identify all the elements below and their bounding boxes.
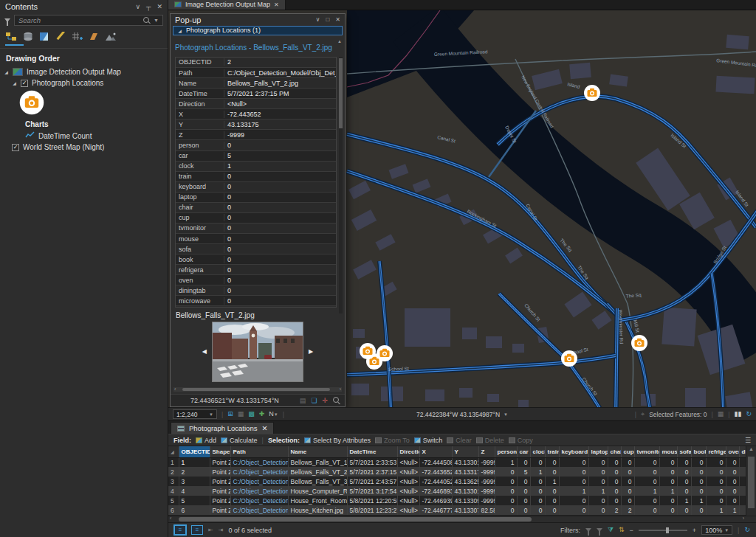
filter-icon[interactable] xyxy=(4,18,10,22)
table-cell[interactable]: 0 xyxy=(545,505,559,515)
table-cell[interactable]: <Null> xyxy=(397,477,419,486)
table-cell[interactable]: -9999 xyxy=(478,486,495,496)
table-cell[interactable]: 0 xyxy=(621,477,634,486)
table-cell[interactable] xyxy=(739,486,746,496)
table-cell[interactable]: <Null> xyxy=(397,486,419,496)
print-icon[interactable]: ▤ xyxy=(300,397,306,404)
table-cell[interactable]: 0 xyxy=(608,496,621,505)
table-cell[interactable]: 5/8/2021 12:23:27 PM xyxy=(347,505,397,515)
pin-icon[interactable]: ┬ xyxy=(146,3,151,10)
column-header[interactable]: car xyxy=(517,446,530,457)
table-cell[interactable]: Bellows_Falls_VT_1.jpg xyxy=(288,457,347,467)
chevron-down-icon[interactable]: ∨ xyxy=(135,3,140,10)
table-cell[interactable]: 5/8/2021 12:20:55 PM xyxy=(347,496,397,505)
table-cell[interactable]: 0 xyxy=(691,467,706,477)
table-row[interactable]: 11Point ZC:/Object_Detection_MoBellows_F… xyxy=(168,457,746,467)
column-header[interactable]: keyboard xyxy=(559,446,588,457)
switch-selection-button[interactable]: Switch xyxy=(414,437,443,444)
photo-camera-marker[interactable] xyxy=(377,345,393,361)
list-by-drawing-order-icon[interactable] xyxy=(5,32,17,41)
table-cell[interactable]: 0 xyxy=(530,496,545,505)
table-cell[interactable]: C:/Object_Detection_Mo xyxy=(230,505,288,515)
table-cell[interactable]: Point Z xyxy=(210,486,230,496)
popup-field-value[interactable]: 0 xyxy=(224,246,336,253)
table-cell[interactable]: Point Z xyxy=(210,477,230,486)
table-cell[interactable]: -72.446939 xyxy=(419,496,452,505)
table-cell[interactable]: 0 xyxy=(726,467,739,477)
scroll-left-icon[interactable]: ‹ xyxy=(170,516,171,521)
filter-extent-icon[interactable]: ⧩ xyxy=(608,527,614,533)
table-cell[interactable]: -9999 xyxy=(478,457,495,467)
table-cell[interactable]: 1 xyxy=(659,486,677,496)
table-cell[interactable]: House_Front_Room.jpg xyxy=(288,496,347,505)
table-cell[interactable]: 43.136251 xyxy=(452,477,478,486)
table-cell[interactable]: 4 xyxy=(179,486,210,496)
table-cell[interactable]: 0 xyxy=(588,457,608,467)
list-by-snapping-icon[interactable] xyxy=(72,32,83,41)
table-cell[interactable]: 0 xyxy=(608,467,621,477)
column-header[interactable]: refrigera xyxy=(706,446,726,457)
table-cell[interactable]: 0 xyxy=(588,505,608,515)
table-cell[interactable]: 0 xyxy=(588,477,608,486)
table-cell[interactable]: -72.444508 xyxy=(419,457,452,467)
table-cell[interactable]: 1 xyxy=(706,505,726,515)
table-cell[interactable]: 0 xyxy=(517,457,530,467)
column-header[interactable]: laptop xyxy=(588,446,608,457)
zoom-to-feature-icon[interactable] xyxy=(333,397,340,404)
table-cell[interactable]: 0 xyxy=(517,496,530,505)
table-cell[interactable]: 1 xyxy=(634,486,659,496)
filter-fields-icon[interactable] xyxy=(585,528,591,532)
map-coordinates-display[interactable]: 72.4422384°W 43.1354987°N ▼ xyxy=(416,411,508,418)
table-cell[interactable]: 43.133011 xyxy=(452,457,478,467)
dock-popup-icon[interactable]: ❏ xyxy=(311,397,317,404)
table-cell[interactable]: 0 xyxy=(495,505,517,515)
sort-icon[interactable]: ⇅ xyxy=(619,527,625,533)
filter-selection-icon[interactable] xyxy=(597,528,602,532)
popup-field-value[interactable]: Bellows_Falls_VT_2.jpg xyxy=(224,80,336,87)
popup-horizontal-scrollbar[interactable]: ‹ › xyxy=(173,387,342,392)
table-cell[interactable]: 0 xyxy=(545,496,559,505)
table-cell[interactable]: 0 xyxy=(559,467,588,477)
column-header[interactable]: person xyxy=(495,446,517,457)
column-header[interactable]: X xyxy=(419,446,452,457)
popup-field-value[interactable]: 0 xyxy=(224,173,336,180)
table-cell[interactable]: 0 xyxy=(530,505,545,515)
table-cell[interactable]: 1 xyxy=(691,496,706,505)
table-cell[interactable]: 0 xyxy=(677,505,691,515)
table-cell[interactable]: 43.133099 xyxy=(452,496,478,505)
list-by-data-source-icon[interactable] xyxy=(23,32,33,41)
close-icon[interactable]: ✕ xyxy=(335,16,340,23)
popup-field-value[interactable]: 1 xyxy=(224,162,336,170)
table-cell[interactable]: -72.446777 xyxy=(419,505,452,515)
table-cell[interactable]: <Null> xyxy=(397,467,419,477)
popup-vertical-scrollbar[interactable] xyxy=(339,57,343,313)
table-cell[interactable]: -72.444052 xyxy=(419,477,452,486)
table-cell[interactable]: 0 xyxy=(517,505,530,515)
table-cell[interactable]: 0 xyxy=(559,505,588,515)
table-cell[interactable]: 43.133175 xyxy=(452,467,478,477)
form-view-icon[interactable]: ≡ xyxy=(191,525,203,535)
scroll-left-icon[interactable]: ‹ xyxy=(174,387,176,392)
row-number[interactable]: 6 xyxy=(168,505,179,515)
popup-field-value[interactable]: C:/Object_Detection_Model/Obj_Det_Photos… xyxy=(224,69,336,77)
popup-photo-thumbnail[interactable] xyxy=(212,322,303,382)
column-header[interactable]: train xyxy=(545,446,559,457)
table-cell[interactable]: Point Z xyxy=(210,505,230,515)
table-cell[interactable]: 0 xyxy=(726,496,739,505)
close-icon[interactable]: ✕ xyxy=(274,1,279,8)
table-cell[interactable]: 82.588 xyxy=(478,505,495,515)
table-cell[interactable]: -9999 xyxy=(478,477,495,486)
table-cell[interactable]: 0 xyxy=(517,486,530,496)
list-by-editing-icon[interactable] xyxy=(55,32,66,41)
popup-field-value[interactable]: 5/7/2021 2:37:15 PM xyxy=(224,90,336,97)
table-row[interactable]: 44Point ZC:/Object_Detection_MoHouse_Com… xyxy=(168,486,746,496)
table-cell[interactable]: 0 xyxy=(634,457,659,467)
table-cell[interactable]: 0 xyxy=(559,496,588,505)
photo-prev-icon[interactable]: ◀ xyxy=(202,348,207,355)
close-icon[interactable]: ✕ xyxy=(261,424,267,432)
table-cell[interactable]: 5/7/2021 2:33:53 PM xyxy=(347,457,397,467)
table-cell[interactable]: 5 xyxy=(179,496,210,505)
table-cell[interactable]: 0 xyxy=(659,467,677,477)
column-header[interactable]: DateTime xyxy=(347,446,397,457)
table-cell[interactable]: 1 xyxy=(726,505,739,515)
